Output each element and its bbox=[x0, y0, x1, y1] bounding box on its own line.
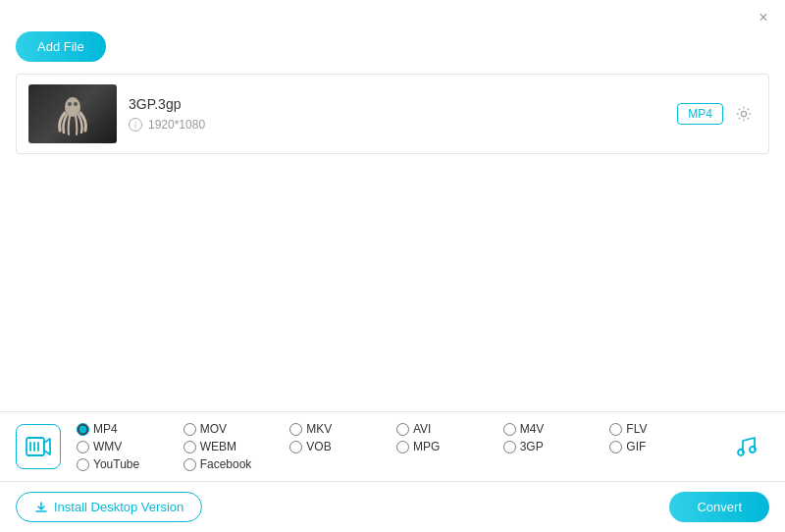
format-label-mpg: MPG bbox=[413, 440, 440, 453]
format-option-mov[interactable]: MOV bbox=[183, 422, 290, 436]
format-option-m4v[interactable]: M4V bbox=[503, 422, 610, 436]
install-label: Install Desktop Version bbox=[54, 500, 183, 514]
convert-button[interactable]: Convert bbox=[669, 492, 769, 522]
settings-button[interactable] bbox=[731, 101, 757, 127]
format-label-wmv: WMV bbox=[93, 440, 122, 453]
install-desktop-button[interactable]: Install Desktop Version bbox=[16, 492, 202, 522]
format-option-mpg[interactable]: MPG bbox=[396, 440, 503, 453]
format-label-m4v: M4V bbox=[520, 422, 545, 436]
file-info: 3GP.3gp i 1920*1080 bbox=[117, 96, 677, 132]
audio-format-icon[interactable] bbox=[724, 424, 769, 469]
info-icon: i bbox=[129, 118, 142, 132]
format-option-wmv[interactable]: WMV bbox=[77, 440, 183, 453]
file-actions: MP4 bbox=[677, 101, 757, 127]
format-label-flv: FLV bbox=[626, 422, 647, 436]
footer-actions: Install Desktop Version Convert bbox=[0, 482, 785, 532]
format-option-gif[interactable]: GIF bbox=[609, 440, 716, 453]
format-label-mp4: MP4 bbox=[93, 422, 118, 436]
file-meta: i 1920*1080 bbox=[129, 118, 665, 132]
format-selection: MP4 MOV MKV AVI M4V FLV bbox=[0, 412, 785, 482]
add-file-button[interactable]: Add File bbox=[16, 31, 106, 62]
format-option-flv[interactable]: FLV bbox=[609, 422, 716, 436]
format-label-mkv: MKV bbox=[306, 422, 332, 436]
format-option-mkv[interactable]: MKV bbox=[289, 422, 396, 436]
format-option-mp4[interactable]: MP4 bbox=[77, 422, 183, 436]
file-name: 3GP.3gp bbox=[129, 96, 665, 112]
svg-point-1 bbox=[68, 102, 72, 106]
format-label-3gp: 3GP bbox=[520, 440, 544, 453]
title-bar: × bbox=[0, 0, 785, 31]
file-item: 3GP.3gp i 1920*1080 MP4 bbox=[17, 75, 768, 153]
format-label-webm: WEBM bbox=[200, 440, 236, 453]
close-button[interactable]: × bbox=[756, 10, 771, 26]
format-label-youtube: YouTube bbox=[93, 457, 139, 471]
format-options: MP4 MOV MKV AVI M4V FLV bbox=[77, 422, 716, 471]
format-option-facebook[interactable]: Facebook bbox=[183, 457, 290, 471]
format-option-3gp[interactable]: 3GP bbox=[503, 440, 610, 453]
file-thumbnail bbox=[28, 84, 117, 143]
toolbar: Add File bbox=[0, 31, 785, 74]
svg-point-2 bbox=[74, 102, 78, 106]
format-option-webm[interactable]: WEBM bbox=[183, 440, 290, 453]
bottom-panel: MP4 MOV MKV AVI M4V FLV bbox=[0, 411, 785, 532]
format-option-youtube[interactable]: YouTube bbox=[77, 457, 183, 471]
format-label-mov: MOV bbox=[200, 422, 227, 436]
file-list: 3GP.3gp i 1920*1080 MP4 bbox=[16, 74, 769, 154]
main-area bbox=[0, 154, 785, 380]
file-resolution: 1920*1080 bbox=[148, 118, 205, 132]
download-icon bbox=[34, 501, 48, 514]
format-label-gif: GIF bbox=[626, 440, 646, 453]
format-badge[interactable]: MP4 bbox=[677, 103, 723, 125]
video-format-icon bbox=[16, 424, 61, 469]
format-label-vob: VOB bbox=[306, 440, 331, 453]
format-option-avi[interactable]: AVI bbox=[396, 422, 503, 436]
format-option-vob[interactable]: VOB bbox=[289, 440, 396, 453]
format-label-facebook: Facebook bbox=[200, 457, 252, 471]
svg-point-3 bbox=[741, 111, 746, 116]
svg-rect-4 bbox=[26, 438, 44, 455]
format-label-avi: AVI bbox=[413, 422, 431, 436]
